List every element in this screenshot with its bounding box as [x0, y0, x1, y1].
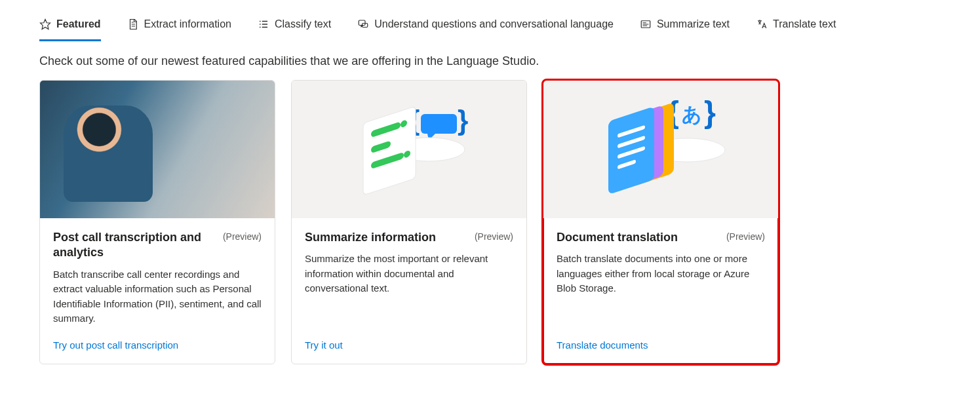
svg-rect-9 [363, 106, 416, 195]
tab-label: Classify text [275, 18, 331, 30]
preview-badge: (Preview) [223, 231, 262, 242]
svg-text:}: } [704, 95, 716, 129]
card-media [40, 81, 275, 218]
preview-badge: (Preview) [475, 231, 513, 242]
card-body: Document translation (Preview) Batch tra… [543, 218, 778, 364]
translate-icon [756, 18, 768, 30]
svg-marker-0 [41, 20, 50, 29]
tab-label: Featured [56, 18, 101, 30]
tab-label: Translate text [773, 18, 836, 30]
svg-text:}: } [458, 105, 468, 136]
card-media: { あ } [543, 81, 778, 218]
card-link-try-post-call[interactable]: Try out post call transcription [53, 339, 262, 351]
card-post-call-transcription[interactable]: Post call transcription and analytics (P… [39, 80, 275, 364]
card-title: Document translation [557, 230, 678, 245]
tab-understand-questions[interactable]: Understand questions and conversational … [357, 13, 614, 41]
tab-label: Extract information [144, 18, 231, 30]
card-description: Summarize the most important or relevant… [305, 252, 513, 326]
tab-bar: Featured Extract information Classify te… [39, 13, 941, 41]
card-body: Post call transcription and analytics (P… [40, 218, 275, 364]
translate-illustration-icon: { あ } [589, 94, 733, 205]
office-headset-image [40, 81, 275, 218]
card-description: Batch transcribe call center recordings … [53, 267, 262, 326]
document-icon [127, 18, 139, 30]
tab-featured[interactable]: Featured [39, 13, 101, 41]
svg-rect-5 [421, 114, 457, 134]
intro-text: Check out some of our newest featured ca… [39, 54, 941, 68]
svg-rect-21 [608, 106, 654, 195]
card-title: Post call transcription and analytics [53, 230, 216, 261]
card-title-row: Summarize information (Preview) [305, 230, 513, 245]
card-document-translation[interactable]: { あ } [543, 80, 779, 364]
summary-icon [640, 18, 652, 30]
card-link-translate-documents[interactable]: Translate documents [557, 339, 765, 351]
tab-label: Understand questions and conversational … [374, 18, 614, 30]
card-link-try-it-out[interactable]: Try it out [305, 339, 513, 351]
card-body: Summarize information (Preview) Summariz… [292, 218, 526, 364]
tab-classify-text[interactable]: Classify text [258, 13, 331, 41]
tab-summarize-text[interactable]: Summarize text [640, 13, 730, 41]
card-description: Batch translate documents into one or mo… [557, 252, 765, 326]
tab-extract-information[interactable]: Extract information [127, 13, 231, 41]
list-icon [258, 18, 269, 30]
star-icon [39, 18, 51, 30]
summarize-illustration-icon: { } [343, 97, 475, 202]
card-summarize-information[interactable]: { } Summarize information [291, 80, 527, 364]
chat-icon [357, 18, 369, 30]
card-title-row: Post call transcription and analytics (P… [53, 230, 262, 261]
tab-label: Summarize text [657, 18, 730, 30]
preview-badge: (Preview) [726, 231, 765, 242]
card-grid: Post call transcription and analytics (P… [39, 80, 941, 364]
card-media: { } [292, 81, 526, 218]
card-title-row: Document translation (Preview) [557, 230, 765, 245]
tab-translate-text[interactable]: Translate text [756, 13, 836, 41]
card-title: Summarize information [305, 230, 436, 245]
svg-text:あ: あ [682, 104, 702, 125]
